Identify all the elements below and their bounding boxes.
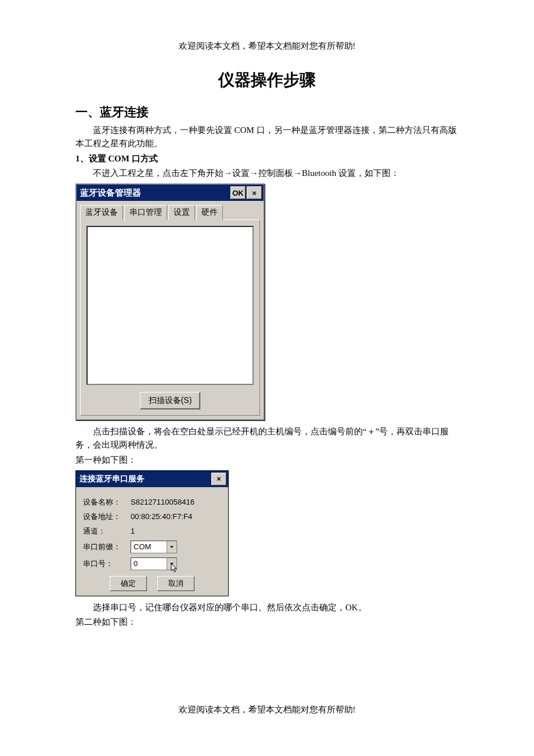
serial-prefix-combobox[interactable]: COM — [131, 541, 177, 553]
serial-number-label: 串口号： — [83, 559, 131, 569]
page-header-greeting: 欢迎阅读本文档，希望本文档能对您有所帮助! — [75, 41, 459, 52]
section-1-p1: 蓝牙连接有两种方式，一种要先设置 COM 口，另一种是蓝牙管理器连接，第二种方法… — [75, 124, 459, 151]
tab-bluetooth-devices[interactable]: 蓝牙设备 — [80, 205, 123, 220]
channel-label: 通道： — [83, 526, 131, 537]
chevron-down-icon — [167, 558, 176, 570]
dialog2-close-button[interactable]: × — [211, 473, 226, 485]
chevron-down-icon — [167, 541, 176, 553]
dialog2-ok-button[interactable]: 确定 — [110, 576, 147, 591]
dialog1-tabpanel: 扫描设备(S) — [80, 219, 260, 416]
tab-settings[interactable]: 设置 — [168, 205, 195, 220]
dialog2-title: 连接蓝牙串口服务 — [80, 474, 145, 484]
section-1-p2: 不进入工程之星，点击左下角开始→设置→控制面板→Bluetooth 设置，如下图… — [75, 167, 459, 180]
tab-hardware[interactable]: 硬件 — [196, 205, 223, 220]
device-name-label: 设备名称： — [83, 497, 131, 507]
dialog1-title: 蓝牙设备管理器 — [80, 188, 141, 199]
section-1-heading: 一、蓝牙连接 — [75, 104, 459, 120]
dialog1-tabs: 蓝牙设备 串口管理 设置 硬件 — [77, 201, 264, 219]
section-1-p3: 点击扫描设备，将会在空白处显示已经开机的主机编号，点击编号前的“＋”号，再双击串… — [75, 425, 459, 452]
bluetooth-device-manager-dialog: 蓝牙设备管理器 OK × 蓝牙设备 串口管理 设置 硬件 扫描设备(S) — [75, 183, 265, 420]
tab-serial-management[interactable]: 串口管理 — [124, 205, 167, 220]
section-1-sub1: 1、设置 COM 口方式 — [75, 152, 459, 165]
channel-value: 1 — [131, 527, 135, 535]
serial-prefix-value: COM — [131, 542, 167, 551]
section-1-p6: 第二种如下图： — [75, 615, 459, 629]
section-1-p5: 选择串口号，记住哪台仪器对应的哪个串口。然后依次点击确定，OK。 — [75, 601, 459, 614]
dialog1-ok-button[interactable]: OK — [230, 186, 246, 199]
serial-number-value: 0 — [131, 559, 167, 568]
device-name-value: S82127110058416 — [131, 498, 194, 506]
document-title: 仪器操作步骤 — [75, 69, 459, 91]
dialog2-form: 设备名称： S82127110058416 设备地址： 00:80:25:40:… — [76, 487, 228, 596]
dialog2-titlebar: 连接蓝牙串口服务 × — [76, 471, 228, 487]
section-1-p4: 第一种如下图： — [75, 453, 459, 467]
device-address-label: 设备地址： — [83, 512, 131, 522]
serial-number-combobox[interactable]: 0 — [131, 557, 177, 570]
scan-devices-button[interactable]: 扫描设备(S) — [140, 392, 201, 409]
device-listbox[interactable] — [86, 226, 254, 385]
device-address-value: 00:80:25:40:F7:F4 — [131, 512, 192, 521]
dialog1-titlebar: 蓝牙设备管理器 OK × — [77, 185, 264, 201]
dialog2-cancel-button[interactable]: 取消 — [157, 576, 194, 591]
serial-prefix-label: 串口前缀： — [83, 542, 131, 552]
connect-bluetooth-serial-dialog: 连接蓝牙串口服务 × 设备名称： S82127110058416 设备地址： 0… — [75, 470, 229, 596]
dialog1-close-button[interactable]: × — [247, 186, 262, 199]
page-footer-greeting: 欢迎阅读本文档，希望本文档能对您有所帮助! — [75, 704, 459, 715]
